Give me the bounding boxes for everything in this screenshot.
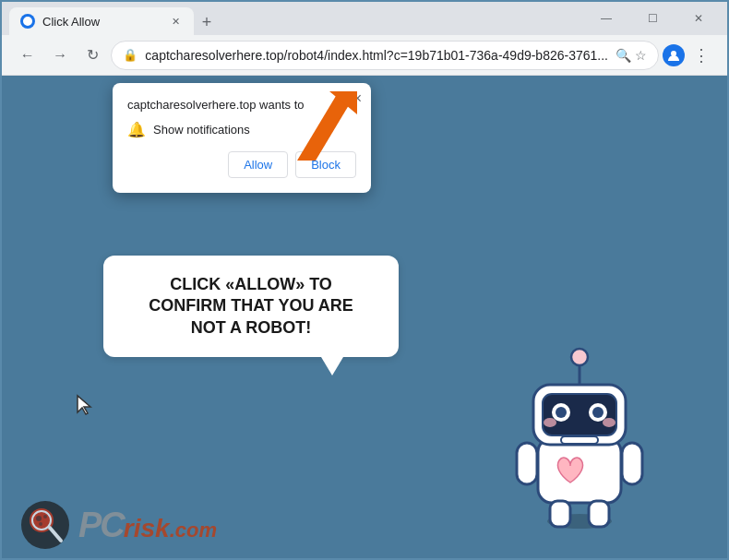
window-controls: — ☐ ✕ xyxy=(585,2,720,35)
popup-notification-text: Show notifications xyxy=(153,123,250,137)
profile-icon[interactable] xyxy=(663,44,685,66)
bell-icon: 🔔 xyxy=(127,121,146,138)
pcrisk-brand: PC risk .com xyxy=(20,500,217,551)
pcrisk-text-container: PC risk .com xyxy=(78,506,217,545)
toolbar-right: ⋮ xyxy=(663,41,716,70)
svg-rect-20 xyxy=(561,436,598,444)
maximize-button[interactable]: ☐ xyxy=(631,2,674,35)
svg-rect-8 xyxy=(550,501,570,527)
tab-title: Click Allow xyxy=(42,15,100,29)
search-icon[interactable]: 🔍 xyxy=(615,48,631,63)
close-button[interactable]: ✕ xyxy=(677,2,720,35)
svg-point-16 xyxy=(544,418,556,427)
svg-point-24 xyxy=(32,511,51,530)
svg-point-17 xyxy=(603,418,615,427)
pcrisk-dotcom-text: .com xyxy=(170,518,217,542)
svg-point-26 xyxy=(43,515,47,518)
pcrisk-risk-text: risk xyxy=(124,514,170,543)
toolbar: ← → ↻ 🔒 captcharesolverhere.top/robot4/i… xyxy=(2,35,727,76)
address-bar-icons: 🔍 ☆ xyxy=(615,48,647,63)
new-tab-button[interactable]: + xyxy=(194,9,220,35)
forward-button[interactable]: → xyxy=(45,41,74,70)
speech-bubble-text: CLICK «ALLOW» TO CONFIRM THAT YOU ARE NO… xyxy=(131,274,371,339)
svg-marker-21 xyxy=(78,396,90,414)
url-text: captcharesolverhere.top/robot4/index.htm… xyxy=(145,48,608,63)
svg-point-25 xyxy=(36,516,42,521)
allow-button[interactable]: Allow xyxy=(228,151,288,178)
tab-close-button[interactable]: ✕ xyxy=(168,14,183,29)
menu-button[interactable]: ⋮ xyxy=(687,41,716,70)
svg-point-14 xyxy=(556,407,567,418)
robot-character xyxy=(506,337,653,521)
lock-icon: 🔒 xyxy=(123,48,137,62)
speech-bubble: CLICK «ALLOW» TO CONFIRM THAT YOU ARE NO… xyxy=(103,256,399,357)
tab-strip: Click Allow ✕ + xyxy=(9,2,578,35)
pcrisk-logo-icon xyxy=(20,500,71,551)
reload-button[interactable]: ↻ xyxy=(78,41,107,70)
cursor xyxy=(76,394,94,421)
minimize-button[interactable]: — xyxy=(585,2,627,35)
svg-point-15 xyxy=(592,407,604,418)
svg-rect-9 xyxy=(589,501,609,527)
browser-window: Click Allow ✕ + — ☐ ✕ ← → ↻ 🔒 captchares… xyxy=(0,0,729,560)
orange-arrow xyxy=(288,87,362,173)
page-content: × captcharesolverhere.top wants to 🔔 Sho… xyxy=(2,76,727,558)
svg-point-19 xyxy=(571,349,588,365)
active-tab[interactable]: Click Allow ✕ xyxy=(9,7,194,35)
title-bar: Click Allow ✕ + — ☐ ✕ xyxy=(2,2,727,35)
tab-favicon xyxy=(20,14,35,29)
svg-rect-6 xyxy=(517,443,537,484)
address-bar[interactable]: 🔒 captcharesolverhere.top/robot4/index.h… xyxy=(111,41,659,70)
pcrisk-pc-text: PC xyxy=(78,506,124,545)
svg-point-27 xyxy=(39,522,42,526)
svg-rect-7 xyxy=(622,443,642,484)
back-button[interactable]: ← xyxy=(13,41,42,70)
bookmark-icon[interactable]: ☆ xyxy=(635,48,647,63)
